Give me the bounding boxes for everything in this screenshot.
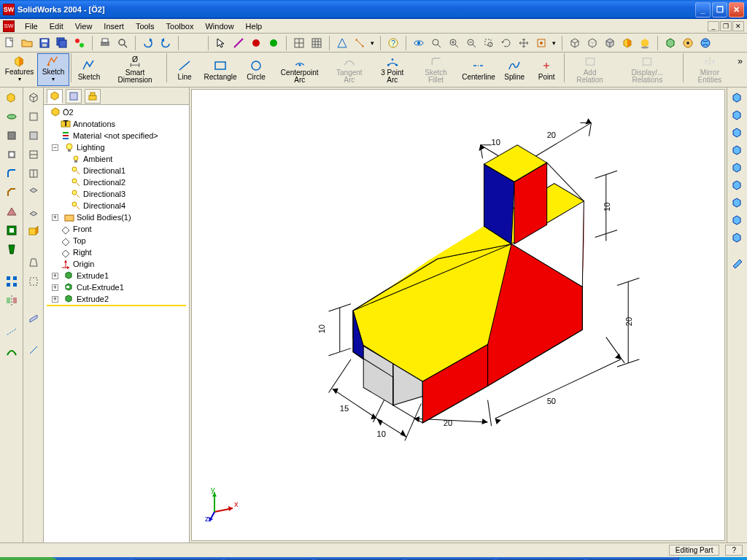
start-button[interactable]: Başlat bbox=[0, 557, 59, 560]
rotate-button[interactable] bbox=[500, 36, 513, 50]
rb-5[interactable] bbox=[730, 160, 745, 175]
view-front-icon[interactable] bbox=[26, 109, 41, 124]
cmd-cparc[interactable]: Centerpoint Arc bbox=[272, 53, 327, 86]
tree-tab-feature[interactable] bbox=[47, 89, 63, 104]
mdi-restore[interactable]: ❐ bbox=[720, 21, 732, 31]
rb-measure-icon[interactable] bbox=[730, 257, 745, 271]
preview-button[interactable] bbox=[116, 36, 129, 50]
view-iso-icon[interactable] bbox=[26, 90, 41, 105]
feat-extrude-icon[interactable] bbox=[4, 90, 19, 105]
rb-8[interactable] bbox=[730, 213, 745, 228]
view-selection-icon[interactable] bbox=[26, 274, 41, 289]
feature-tree[interactable]: Ö2 TAnnotations Material <not specified>… bbox=[44, 105, 189, 542]
cmd-line[interactable]: Line bbox=[169, 53, 201, 86]
help-button[interactable]: ? bbox=[387, 36, 400, 50]
view-perspective-icon[interactable] bbox=[26, 255, 41, 270]
tree-origin[interactable]: Origin bbox=[44, 258, 189, 270]
view-right-icon[interactable] bbox=[26, 166, 41, 181]
tree-tab-prop[interactable] bbox=[85, 89, 101, 104]
feat-refgeom-icon[interactable] bbox=[4, 325, 19, 340]
feat-fillet-icon[interactable] bbox=[4, 166, 19, 181]
tree-ext2[interactable]: +Extrude2 bbox=[44, 293, 189, 305]
tree-lighting[interactable]: −Lighting bbox=[44, 141, 189, 153]
cmd-cline[interactable]: Centerline bbox=[459, 53, 499, 86]
cmd-sketch2[interactable]: Sketch bbox=[73, 53, 105, 86]
open-button[interactable] bbox=[20, 36, 34, 50]
view-plane-icon[interactable] bbox=[26, 311, 41, 325]
feat-chamfer-icon[interactable] bbox=[4, 185, 19, 200]
cmd-spline[interactable]: Spline bbox=[498, 53, 530, 86]
cmd-overflow[interactable]: » bbox=[735, 53, 746, 86]
menu-toolbox[interactable]: Toolbox bbox=[160, 20, 200, 32]
feat-cut-icon[interactable] bbox=[4, 128, 19, 143]
tree-ext1[interactable]: +Extrude1 bbox=[44, 270, 189, 281]
tree-material[interactable]: Material <not specified> bbox=[44, 130, 189, 141]
view-axis-icon[interactable] bbox=[26, 343, 41, 357]
feat-draft-icon[interactable] bbox=[4, 242, 19, 257]
mdi-close[interactable]: ✕ bbox=[732, 21, 744, 31]
mdi-minimize[interactable]: _ bbox=[708, 21, 719, 31]
zoom-in-button[interactable] bbox=[447, 36, 460, 50]
grid1-button[interactable] bbox=[293, 36, 306, 50]
tree-dir1[interactable]: Directional1 bbox=[44, 165, 189, 176]
tree-rollback-bar[interactable] bbox=[47, 305, 186, 306]
zoom-sel-button[interactable] bbox=[482, 36, 495, 50]
cmd-3pt[interactable]: 3 Point Arc bbox=[371, 53, 413, 86]
tree-ambient[interactable]: Ambient bbox=[44, 153, 189, 165]
view-normal-icon[interactable] bbox=[26, 223, 41, 238]
zoom-out-button[interactable] bbox=[465, 36, 478, 50]
cmd-point[interactable]: Point bbox=[530, 53, 562, 86]
fastview-button[interactable] bbox=[681, 36, 694, 50]
maximize-button[interactable]: ❐ bbox=[712, 2, 727, 18]
cmd-smartdim[interactable]: Ø Smart Dimension bbox=[105, 53, 165, 86]
view-left-icon[interactable] bbox=[26, 147, 41, 162]
feat-hole-icon[interactable] bbox=[4, 147, 19, 162]
feat-rib-icon[interactable] bbox=[4, 204, 19, 219]
pan-button[interactable] bbox=[517, 36, 530, 50]
view-wireframe-button[interactable] bbox=[568, 36, 581, 50]
graphics-viewport[interactable]: 10 20 10 20 10 bbox=[191, 89, 725, 541]
view-shaded-button[interactable] bbox=[621, 36, 634, 50]
rb-3[interactable] bbox=[730, 125, 745, 140]
view-bottom-icon[interactable] bbox=[26, 204, 41, 219]
tree-solid[interactable]: +Solid Bodies(1) bbox=[44, 211, 189, 223]
appearance-button[interactable] bbox=[267, 36, 280, 50]
menu-edit[interactable]: Edit bbox=[44, 20, 69, 32]
close-button[interactable]: ✕ bbox=[729, 2, 744, 18]
save-button[interactable] bbox=[38, 36, 51, 50]
sketch-relation-button[interactable] bbox=[232, 36, 245, 50]
options-button[interactable] bbox=[353, 36, 366, 50]
view-hidden-button[interactable] bbox=[586, 36, 599, 50]
minimize-button[interactable]: _ bbox=[695, 2, 711, 18]
globe-icon[interactable] bbox=[699, 36, 712, 50]
rb-6[interactable] bbox=[730, 178, 745, 192]
rb-4[interactable] bbox=[730, 143, 745, 158]
undo-button[interactable] bbox=[142, 36, 155, 50]
view-back-icon[interactable] bbox=[26, 128, 41, 143]
feat-linpat-icon[interactable] bbox=[4, 274, 19, 289]
feat-curve-icon[interactable] bbox=[4, 344, 19, 359]
tree-dir3[interactable]: Directional3 bbox=[44, 188, 189, 200]
tree-right[interactable]: Right bbox=[44, 246, 189, 258]
saveall-button[interactable] bbox=[55, 36, 69, 50]
tree-top[interactable]: Top bbox=[44, 235, 189, 246]
tree-tab-config[interactable] bbox=[66, 89, 82, 104]
new-button[interactable] bbox=[3, 36, 16, 50]
rb-2[interactable] bbox=[730, 108, 745, 122]
menu-help[interactable]: Help bbox=[240, 20, 268, 32]
rb-1[interactable] bbox=[730, 90, 745, 105]
menu-tools[interactable]: Tools bbox=[130, 20, 160, 32]
menu-file[interactable]: File bbox=[19, 20, 44, 32]
tree-root[interactable]: Ö2 bbox=[44, 106, 189, 118]
tree-dir4[interactable]: Directional4 bbox=[44, 200, 189, 211]
feat-mirror-icon[interactable] bbox=[4, 293, 19, 308]
rb-9[interactable] bbox=[730, 230, 745, 245]
zoom-fit-button[interactable] bbox=[430, 36, 443, 50]
feat-revolve-icon[interactable] bbox=[4, 109, 19, 124]
cmd-circle[interactable]: Circle bbox=[240, 53, 272, 86]
orbit-button[interactable] bbox=[412, 36, 425, 50]
grid2-button[interactable] bbox=[310, 36, 323, 50]
tree-annotations[interactable]: TAnnotations bbox=[44, 118, 189, 130]
section-button[interactable] bbox=[664, 36, 677, 50]
color-button[interactable] bbox=[249, 36, 263, 50]
